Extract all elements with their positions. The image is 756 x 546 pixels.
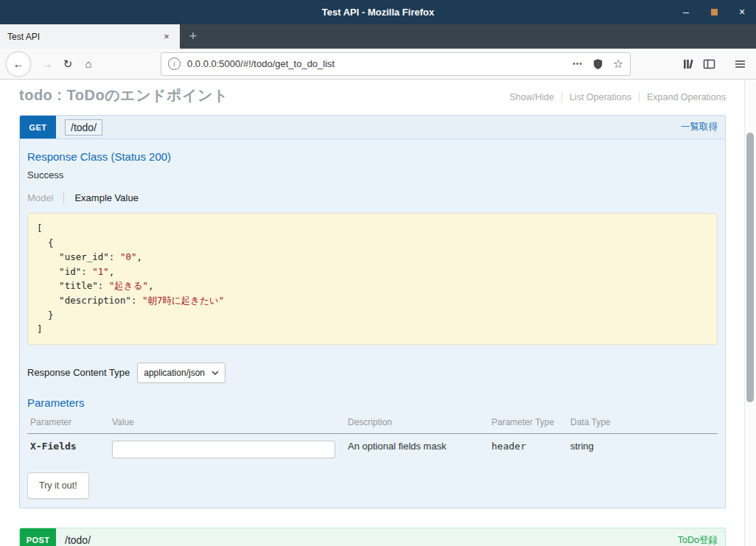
post-operation-header[interactable]: POST /todo/ ToDo登録 [19, 528, 726, 546]
window-title: Test API - Mozilla Firefox [322, 7, 434, 18]
try-it-out-button[interactable]: Try it out! [27, 472, 89, 499]
param-description: An optional fields mask [345, 433, 489, 465]
col-parameter-type: Parameter Type [489, 412, 567, 434]
show-hide-link[interactable]: Show/Hide [502, 92, 561, 102]
col-data-type: Data Type [567, 412, 718, 434]
home-button[interactable]: ⌂ [78, 54, 99, 74]
tab-strip: Test API × + [0, 24, 756, 49]
parameter-row-x-fields: X-Fields An optional fields mask header … [27, 433, 718, 465]
response-content-type-row: Response Content Type application/json [27, 363, 718, 383]
minimize-button[interactable]: – [679, 0, 693, 24]
url-bar[interactable]: i 0.0.0.0:5000/#!/todo/get_to_do_list ••… [161, 52, 631, 76]
maximize-button[interactable] [707, 0, 721, 24]
forward-button[interactable]: → [37, 54, 57, 74]
col-parameter: Parameter [27, 412, 109, 434]
get-operation: GET /todo/ 一覧取得 Response Class (Status 2… [19, 115, 726, 508]
post-path-link[interactable]: /todo/ [65, 534, 91, 546]
param-data-type: string [567, 433, 718, 465]
resource-title: todo : ToDoのエンドポイント [19, 85, 228, 105]
page-content: todo : ToDoのエンドポイント Show/Hide List Opera… [0, 80, 756, 546]
get-path-link[interactable]: /todo/ [65, 119, 102, 136]
post-summary: ToDo登録 [678, 534, 718, 546]
forward-icon: → [42, 57, 53, 70]
param-type: header [489, 433, 567, 465]
maximize-icon [711, 9, 718, 15]
page-actions-icon[interactable]: ••• [573, 60, 583, 68]
tab-model[interactable]: Model [27, 192, 63, 203]
parameters-table: Parameter Value Description Parameter Ty… [27, 412, 718, 465]
content-type-value: application/json [144, 368, 205, 378]
response-description: Success [27, 169, 718, 181]
post-method-badge: POST [20, 528, 56, 546]
content-type-select[interactable]: application/json [137, 363, 225, 383]
site-info-icon[interactable]: i [168, 57, 181, 70]
browser-tab[interactable]: Test API × [0, 24, 180, 49]
url-actions: ••• ☆ [573, 57, 623, 71]
expand-operations-link[interactable]: Expand Operations [639, 92, 726, 102]
firefox-window: Test API - Mozilla Firefox – × Test API … [0, 0, 756, 546]
vertical-scrollbar[interactable] [744, 80, 756, 546]
resource-header: todo : ToDoのエンドポイント Show/Hide List Opera… [19, 85, 726, 105]
chevron-down-icon [211, 371, 219, 375]
bookmark-star-icon[interactable]: ☆ [613, 57, 623, 71]
menu-button[interactable] [729, 54, 750, 74]
swagger-page: todo : ToDoのエンドポイント Show/Hide List Opera… [0, 80, 745, 546]
back-button[interactable]: ← [6, 52, 31, 77]
url-text[interactable]: 0.0.0.0:5000/#!/todo/get_to_do_list [187, 58, 566, 69]
window-controls: – × [679, 0, 749, 24]
tracking-protection-shield-icon[interactable] [592, 58, 603, 70]
col-description: Description [345, 412, 489, 434]
window-titlebar: Test API - Mozilla Firefox – × [0, 0, 756, 24]
parameters-heading: Parameters [27, 396, 718, 409]
navigation-toolbar: ← → ↻ ⌂ i 0.0.0.0:5000/#!/todo/get_to_do… [0, 49, 756, 80]
get-operation-body: Response Class (Status 200) Success Mode… [19, 139, 726, 508]
sidebar-toggle-icon[interactable] [699, 54, 719, 74]
get-operation-header[interactable]: GET /todo/ 一覧取得 [19, 115, 726, 139]
response-content-type-label: Response Content Type [27, 367, 130, 378]
resource-links: Show/Hide List Operations Expand Operati… [502, 92, 726, 102]
reload-icon: ↻ [63, 57, 73, 71]
list-operations-link[interactable]: List Operations [561, 92, 639, 102]
param-name: X-Fields [27, 433, 109, 465]
library-icon[interactable] [678, 54, 699, 74]
tab-example-value[interactable]: Example Value [63, 192, 138, 203]
home-icon: ⌂ [85, 57, 91, 70]
response-class-heading: Response Class (Status 200) [27, 150, 718, 163]
col-value: Value [109, 412, 345, 434]
get-method-badge: GET [20, 116, 56, 139]
parameters-table-header-row: Parameter Value Description Parameter Ty… [27, 412, 718, 434]
post-operation: POST /todo/ ToDo登録 [19, 528, 726, 546]
get-summary: 一覧取得 [681, 121, 718, 133]
x-fields-input[interactable] [112, 441, 335, 458]
back-icon: ← [13, 57, 24, 70]
example-tabs: Model Example Value [27, 192, 718, 203]
tab-title: Test API [7, 32, 40, 42]
example-json: [ { "user_id": "0", "id": "1", "title": … [27, 213, 718, 345]
scrollbar-thumb[interactable] [746, 133, 754, 402]
reload-button[interactable]: ↻ [57, 54, 78, 74]
new-tab-button[interactable]: + [180, 24, 206, 49]
close-button[interactable]: × [735, 0, 749, 24]
tab-close-icon[interactable]: × [161, 31, 172, 42]
